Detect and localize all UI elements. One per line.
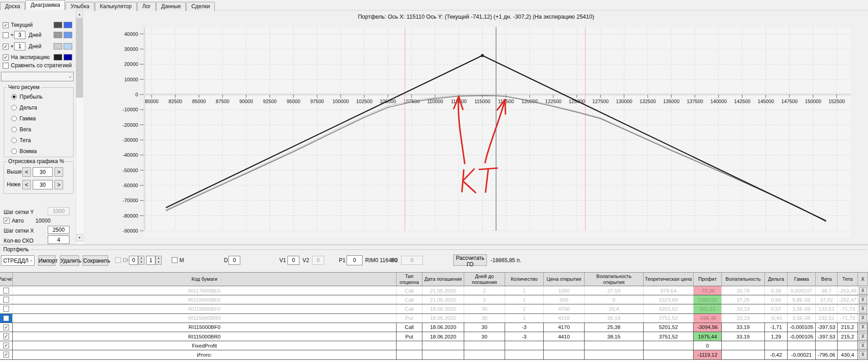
row-checkbox[interactable] [3,288,9,293]
table-row[interactable]: ✓RI115000BF0Call18.06.202030-3417025,385… [0,323,868,332]
save-button[interactable]: Сохранить [83,255,108,266]
column-header[interactable]: Тета [838,273,858,286]
table-row[interactable]: ✓Итого:-1119,12-0,42-0,00021-795,06430,4… [0,350,868,359]
color-swatch-line[interactable] [54,22,62,28]
color-swatch-fill[interactable] [64,54,72,60]
row-checkbox[interactable]: ✓ [3,343,9,348]
v1-input[interactable] [288,256,299,265]
m-checkbox[interactable] [172,257,178,263]
table-row[interactable]: RI115000BF0Call18.06.2020301470029,45201… [0,304,868,313]
grid-y-input[interactable] [48,207,69,215]
tab-board[interactable]: Доска [0,2,25,11]
color-swatch-line[interactable] [54,54,62,60]
tab-diagram[interactable]: Диаграмма [25,0,65,11]
column-header[interactable]: Тип опциона [397,273,422,286]
row-calc-cell[interactable]: ✓ [0,332,13,341]
column-header[interactable]: Количество [505,273,544,286]
tab-smile[interactable]: Улыбка [65,2,94,11]
p1-input[interactable] [347,255,362,265]
row-calc-cell[interactable]: ✓ [0,341,13,350]
column-header[interactable]: Профит [694,273,722,286]
column-header[interactable]: Волатильность открытия [585,273,644,286]
column-header[interactable]: Цена открытия [544,273,585,286]
auto-checkbox[interactable]: ✓ [4,218,10,224]
row-calc-cell[interactable] [0,295,13,304]
column-header[interactable]: X [858,273,868,286]
strategy-compare-select[interactable]: ⌄ [1,72,74,81]
radio-Вега[interactable] [11,127,17,132]
days-input-plus-3-days[interactable] [14,31,25,39]
remove-row-button[interactable]: X [859,323,867,331]
remove-row-button[interactable]: X [859,351,867,358]
legend-checkbox-current[interactable]: ✓ [3,22,9,28]
row-checkbox[interactable]: ✓ [3,333,9,339]
remove-row-button[interactable]: X [859,342,867,349]
calc-margin-button[interactable]: Рассчитать ГО [453,254,487,266]
tab-data[interactable]: Данные [156,2,186,11]
scroll-up-icon[interactable]: ▲ [76,10,83,18]
d-input[interactable] [228,256,240,265]
row-checkbox[interactable]: ✓ [3,352,9,358]
tab-log[interactable]: Лог [137,2,156,11]
legend-checkbox-at-expiration[interactable]: ✓ [3,55,9,60]
table-row[interactable]: RI115000BE0Call21.05.20202193002323,6613… [0,295,868,304]
row-calc-cell[interactable]: ✓ [0,350,13,359]
days-input-plus-1-day[interactable] [14,42,25,50]
remove-row-button[interactable]: X [859,287,867,294]
range-input[interactable] [33,180,53,189]
radio-Тета[interactable] [11,138,17,143]
column-header[interactable]: Расчет [0,273,13,286]
strategy-select[interactable]: СТРЕДДЛ ⌄ [1,255,35,266]
grid-x-input[interactable] [48,226,69,234]
row-calc-cell[interactable]: ✓ [0,323,13,332]
spinner-arrows-icon[interactable]: ▲▼ [155,256,162,265]
legend-checkbox-compare-strategy[interactable] [3,63,9,69]
scroll-down-icon[interactable]: ▼ [76,234,83,241]
table-row[interactable]: RI115000BR0Put18.06.2020301415036,193751… [0,314,868,323]
decrement-button[interactable]: < [22,167,31,177]
legend-checkbox-plus-1-day[interactable]: ✓ [3,44,9,50]
color-swatch-fill[interactable] [64,43,72,50]
color-swatch-line[interactable] [54,32,62,38]
range-input[interactable] [33,167,53,177]
import-button[interactable]: Импорт [38,255,55,266]
column-header[interactable]: Дата погашения [422,273,464,286]
column-header[interactable]: Дней до погашения [464,273,505,286]
p2-input[interactable] [401,256,423,265]
radio-Вомма[interactable] [11,149,17,154]
radio-Гамма[interactable] [11,116,17,121]
radio-Прибыль[interactable] [11,94,17,99]
table-row[interactable]: ✓FixedProfit0X [0,341,868,350]
column-header[interactable]: Код бумаги [13,273,397,286]
row-calc-cell[interactable] [0,314,13,323]
column-header[interactable]: Вега [816,273,838,286]
color-swatch-fill[interactable] [64,32,72,38]
row-calc-cell[interactable] [0,304,13,313]
tab-calculator[interactable]: Калькулятор [95,2,137,11]
table-row[interactable]: ✓RI115000BR0Put18.06.202030-3441038,1537… [0,332,868,341]
decrement-button[interactable]: < [22,180,31,189]
increment-button[interactable]: > [55,180,63,189]
remove-row-button[interactable]: X [859,314,867,322]
row-checkbox[interactable] [3,315,9,321]
row-checkbox[interactable] [3,306,9,312]
table-row[interactable]: RI117500BE0Call21.05.202021105037,59979,… [0,286,868,295]
legend-checkbox-plus-3-days[interactable] [3,32,9,38]
row-checkbox[interactable]: ✓ [3,324,9,330]
increment-button[interactable]: > [55,167,63,177]
color-swatch-line[interactable] [54,43,62,50]
remove-row-button[interactable]: X [859,305,867,313]
radio-Дельта[interactable] [11,105,17,110]
column-header[interactable]: Дельта [765,273,788,286]
sko-count-input[interactable] [48,235,69,244]
remove-row-button[interactable]: X [859,333,867,340]
column-header[interactable]: Теоретическая цена [644,273,694,286]
v2-input[interactable] [312,256,324,265]
tab-deals[interactable]: Сделки [186,2,215,11]
color-swatch-fill[interactable] [64,22,72,28]
delete-button[interactable]: Удалить [60,255,79,266]
column-header[interactable]: Гамма [788,273,816,286]
dh-checkbox[interactable] [115,257,121,263]
spinner-arrows-icon[interactable]: ▲▼ [138,256,144,265]
row-calc-cell[interactable] [0,286,13,295]
